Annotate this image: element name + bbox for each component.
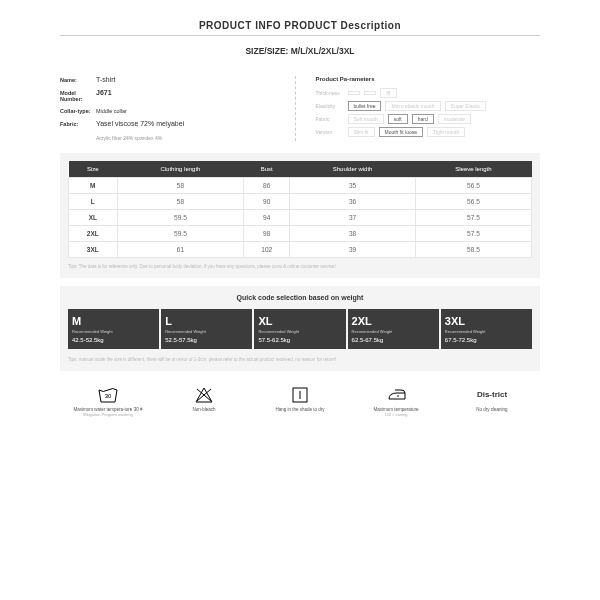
dry-icon bbox=[265, 385, 335, 405]
th-length: Clothing length bbox=[117, 161, 244, 178]
dryclean-icon: Dis-trict bbox=[457, 385, 527, 405]
wash-sub: Mitigation Program washing bbox=[73, 413, 143, 417]
version-label: Version bbox=[316, 129, 344, 135]
care-instructions: 30 Maximum water tempera-ture 30 # Mitig… bbox=[60, 379, 540, 424]
size-summary: SIZE/SIZE: M/L/XL/2XL/3XL bbox=[60, 46, 540, 56]
weight-title: Quick code selection based on weight bbox=[68, 294, 532, 301]
page-title: PRODUCT INFO PRODUCT Description bbox=[60, 20, 540, 36]
name-value: T-shirt bbox=[96, 76, 115, 83]
collar-label: Collar-type: bbox=[60, 108, 96, 114]
size-table: Size Clothing length Bust Shoulder width… bbox=[68, 161, 532, 258]
weight-card: LRecommended Weight52.5-57.5kg bbox=[161, 309, 252, 349]
composition: Acrylic fiber 24% spandex 4% bbox=[96, 135, 285, 141]
svg-text:30: 30 bbox=[105, 393, 112, 399]
model-value: J671 bbox=[96, 89, 112, 96]
model-label: Model Number: bbox=[60, 90, 96, 102]
table-row: L58903656.5 bbox=[69, 194, 532, 210]
wash-icon: 30 bbox=[73, 385, 143, 405]
weight-card: XLRecommended Weight57.5-62.5kg bbox=[254, 309, 345, 349]
bleach-label: Non-bleach bbox=[169, 407, 239, 412]
dryclean-label: No dry cleaning bbox=[457, 407, 527, 412]
th-bust: Bust bbox=[244, 161, 290, 178]
product-parameters: Product Pa-rameters Thick-ness厚 Elastici… bbox=[316, 76, 541, 141]
table-tips: Tips: The data is for reference only. Du… bbox=[68, 264, 532, 270]
weight-card: 3XLRecommended Weight67.5-72.5kg bbox=[441, 309, 532, 349]
fabric-value: Yasel viscose 72% meiyabei bbox=[96, 120, 184, 127]
table-row: 3XL611023958.5 bbox=[69, 242, 532, 258]
weight-card: MRecommended Weight42.5-52.5kg bbox=[68, 309, 159, 349]
table-row: 2XL59.5983857.5 bbox=[69, 226, 532, 242]
product-specs: Name:T-shirt Model Number:J671 Collar-ty… bbox=[60, 76, 296, 141]
th-size: Size bbox=[69, 161, 118, 178]
weight-card: 2XLRecommended Weight62.5-67.5kg bbox=[348, 309, 439, 349]
weight-tips: Tips: manual scale the size is different… bbox=[68, 357, 532, 363]
collar-value: Middle collar bbox=[96, 108, 127, 114]
dry-label: Hang in the shade to dry bbox=[265, 407, 335, 412]
elasticity-label: Elasticity bbox=[316, 103, 344, 109]
fabric-label: Fabric: bbox=[60, 121, 96, 127]
th-sleeve: Sleeve length bbox=[415, 161, 531, 178]
params-title: Product Pa-rameters bbox=[316, 76, 541, 82]
iron-sub: 110 # ironing bbox=[361, 413, 431, 417]
table-row: XL59.5943757.5 bbox=[69, 210, 532, 226]
table-row: M58863556.5 bbox=[69, 178, 532, 194]
fabric-param-label: Fabric bbox=[316, 116, 344, 122]
thickness-label: Thick-ness bbox=[316, 90, 344, 96]
bleach-icon bbox=[169, 385, 239, 405]
name-label: Name: bbox=[60, 77, 96, 83]
iron-icon bbox=[361, 385, 431, 405]
th-shoulder: Shoulder width bbox=[290, 161, 416, 178]
svg-point-3 bbox=[397, 395, 399, 397]
